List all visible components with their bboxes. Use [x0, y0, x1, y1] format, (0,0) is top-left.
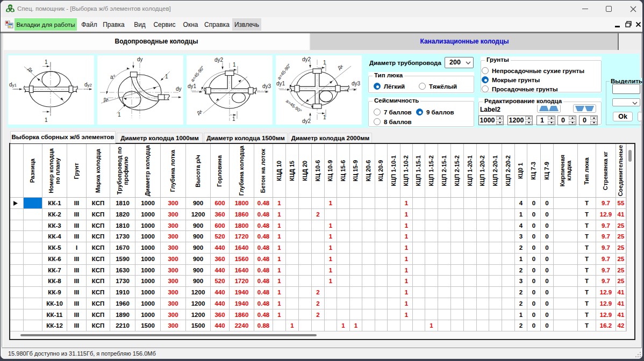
svg-text:a°: a° — [110, 74, 116, 80]
svg-text:Дк: Дк — [27, 66, 34, 74]
svg-text:1: 1 — [118, 112, 121, 118]
svg-text:dу2: dу2 — [214, 57, 224, 63]
svg-text:dу3: dу3 — [352, 81, 361, 86]
svg-text:dу2: dу2 — [84, 82, 92, 88]
svg-text:a=45-90°: a=45-90° — [285, 98, 303, 114]
svg-text:dу2: dу2 — [302, 56, 311, 62]
svg-text:Дк: Дк — [103, 96, 109, 103]
svg-text:Дк: Дк — [337, 63, 344, 71]
svg-text:1: 1 — [45, 117, 48, 123]
svg-text:a=45-90°: a=45-90° — [190, 65, 205, 83]
svg-text:dу: dу — [137, 56, 143, 62]
svg-text:a=45-90°: a=45-90° — [276, 63, 292, 81]
svg-text:1: 1 — [233, 62, 236, 68]
svg-text:1: 1 — [232, 116, 235, 122]
svg-text:Дк: Дк — [196, 109, 203, 116]
svg-text:dу1: dу1 — [9, 82, 17, 88]
svg-text:dу1: dу1 — [188, 83, 197, 89]
svg-text:dу2: dу2 — [302, 118, 311, 124]
svg-text:dу1: dу1 — [276, 81, 285, 86]
svg-text:dу3: dу3 — [262, 83, 271, 89]
svg-text:dу: dу — [176, 86, 182, 92]
svg-text:1: 1 — [45, 59, 48, 65]
